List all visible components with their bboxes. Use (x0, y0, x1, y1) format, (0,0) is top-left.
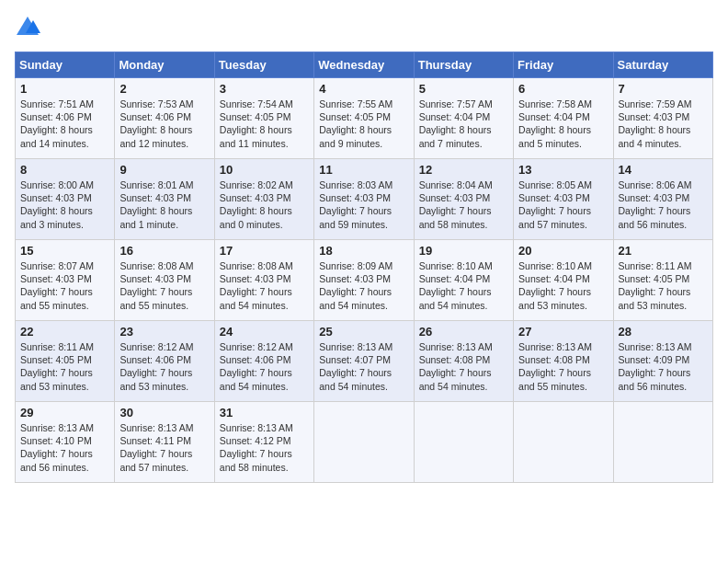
cell-info-line: Sunrise: 8:02 AM (220, 178, 309, 191)
cell-info-line: and 58 minutes. (419, 218, 508, 231)
cell-info-line: Sunset: 4:08 PM (419, 353, 508, 366)
cell-info-line: Daylight: 8 hours (220, 123, 309, 136)
cell-info-line: Sunset: 4:05 PM (20, 353, 109, 366)
cell-info-line: Sunrise: 7:54 AM (220, 98, 309, 110)
calendar-cell: 15Sunrise: 8:07 AMSunset: 4:03 PMDayligh… (16, 240, 115, 321)
cell-info-line: Sunrise: 8:11 AM (619, 259, 708, 272)
calendar-cell: 30Sunrise: 8:13 AMSunset: 4:11 PMDayligh… (115, 402, 214, 483)
cell-info-line: Daylight: 7 hours (119, 447, 209, 460)
cell-info-line: Sunset: 4:03 PM (319, 272, 408, 285)
calendar-cell: 21Sunrise: 8:11 AMSunset: 4:05 PMDayligh… (613, 240, 712, 321)
cell-info-line: Daylight: 8 hours (119, 204, 209, 217)
cell-info-line: Daylight: 7 hours (619, 366, 708, 379)
day-number: 3 (220, 82, 309, 96)
cell-info-line: and 54 minutes. (220, 299, 309, 312)
calendar-cell: 4Sunrise: 7:55 AMSunset: 4:05 PMDaylight… (314, 78, 414, 159)
cell-info-line: Sunset: 4:12 PM (220, 434, 309, 447)
cell-info-line: Daylight: 8 hours (419, 123, 508, 136)
cell-info-line: Sunrise: 7:58 AM (518, 98, 608, 110)
calendar-cell: 29Sunrise: 8:13 AMSunset: 4:10 PMDayligh… (16, 402, 115, 483)
day-number: 17 (220, 244, 309, 258)
day-number: 21 (619, 244, 708, 258)
cell-info-line: Sunrise: 8:12 AM (119, 340, 209, 353)
day-number: 5 (419, 82, 508, 96)
day-number: 10 (220, 163, 309, 177)
cell-info-line: and 54 minutes. (319, 299, 408, 312)
calendar-cell (414, 402, 513, 483)
cell-info-line: Daylight: 7 hours (20, 447, 109, 460)
cell-info-line: Sunrise: 8:13 AM (518, 340, 608, 353)
week-row-4: 22Sunrise: 8:11 AMSunset: 4:05 PMDayligh… (16, 321, 713, 402)
calendar-cell: 25Sunrise: 8:13 AMSunset: 4:07 PMDayligh… (314, 321, 414, 402)
day-number: 28 (619, 325, 708, 339)
logo (15, 15, 44, 40)
cell-info-line: and 55 minutes. (20, 299, 109, 312)
cell-info-line: and 54 minutes. (419, 299, 508, 312)
cell-info-line: and 55 minutes. (518, 380, 608, 393)
cell-info-line: and 57 minutes. (119, 461, 209, 474)
calendar-cell: 6Sunrise: 7:58 AMSunset: 4:04 PMDaylight… (514, 78, 613, 159)
cell-info-line: and 1 minute. (119, 218, 209, 231)
cell-info-line: Daylight: 7 hours (20, 285, 109, 298)
day-number: 12 (419, 163, 508, 177)
cell-info-line: Sunset: 4:03 PM (20, 272, 109, 285)
cell-info-line: Sunset: 4:07 PM (319, 353, 408, 366)
cell-info-line: Daylight: 7 hours (220, 447, 309, 460)
header-col-thursday: Thursday (414, 52, 513, 78)
cell-info-line: and 11 minutes. (220, 137, 309, 150)
cell-info-line: and 55 minutes. (119, 299, 209, 312)
cell-info-line: Daylight: 7 hours (319, 366, 408, 379)
day-number: 19 (419, 244, 508, 258)
day-number: 4 (319, 82, 408, 96)
calendar-cell: 10Sunrise: 8:02 AMSunset: 4:03 PMDayligh… (214, 159, 313, 240)
cell-info-line: Sunset: 4:05 PM (619, 272, 708, 285)
calendar-cell: 13Sunrise: 8:05 AMSunset: 4:03 PMDayligh… (514, 159, 613, 240)
cell-info-line: Daylight: 8 hours (518, 123, 608, 136)
cell-info-line: Sunrise: 7:57 AM (419, 98, 508, 110)
cell-info-line: and 9 minutes. (319, 137, 408, 150)
cell-info-line: Sunrise: 8:13 AM (119, 421, 209, 434)
cell-info-line: Sunrise: 8:13 AM (319, 340, 408, 353)
cell-info-line: and 56 minutes. (619, 218, 708, 231)
cell-info-line: Sunrise: 7:51 AM (20, 98, 109, 110)
calendar-cell: 9Sunrise: 8:01 AMSunset: 4:03 PMDaylight… (115, 159, 214, 240)
day-number: 15 (20, 244, 109, 258)
calendar-cell: 1Sunrise: 7:51 AMSunset: 4:06 PMDaylight… (16, 78, 115, 159)
week-row-2: 8Sunrise: 8:00 AMSunset: 4:03 PMDaylight… (16, 159, 713, 240)
cell-info-line: Daylight: 7 hours (419, 285, 508, 298)
cell-info-line: Sunrise: 8:08 AM (220, 259, 309, 272)
cell-info-line: and 53 minutes. (119, 380, 209, 393)
cell-info-line: Daylight: 7 hours (419, 366, 508, 379)
cell-info-line: Sunset: 4:03 PM (220, 191, 309, 204)
cell-info-line: Sunrise: 8:05 AM (518, 178, 608, 191)
cell-info-line: and 54 minutes. (319, 380, 408, 393)
cell-info-line: Daylight: 7 hours (518, 366, 608, 379)
cell-info-line: Sunrise: 8:08 AM (119, 259, 209, 272)
cell-info-line: and 53 minutes. (20, 380, 109, 393)
cell-info-line: Sunrise: 8:13 AM (419, 340, 508, 353)
day-number: 1 (20, 82, 109, 96)
cell-info-line: and 54 minutes. (419, 380, 508, 393)
cell-info-line: Daylight: 8 hours (220, 204, 309, 217)
cell-info-line: Daylight: 8 hours (20, 123, 109, 136)
week-row-1: 1Sunrise: 7:51 AMSunset: 4:06 PMDaylight… (16, 78, 713, 159)
cell-info-line: and 5 minutes. (518, 137, 608, 150)
cell-info-line: Sunset: 4:04 PM (419, 110, 508, 123)
cell-info-line: Daylight: 8 hours (20, 204, 109, 217)
cell-info-line: Sunrise: 8:13 AM (619, 340, 708, 353)
cell-info-line: Sunset: 4:10 PM (20, 434, 109, 447)
cell-info-line: and 59 minutes. (319, 218, 408, 231)
week-row-5: 29Sunrise: 8:13 AMSunset: 4:10 PMDayligh… (16, 402, 713, 483)
cell-info-line: Sunrise: 8:00 AM (20, 178, 109, 191)
day-number: 23 (119, 325, 209, 339)
calendar-cell: 28Sunrise: 8:13 AMSunset: 4:09 PMDayligh… (613, 321, 712, 402)
cell-info-line: and 14 minutes. (20, 137, 109, 150)
calendar-table: SundayMondayTuesdayWednesdayThursdayFrid… (15, 52, 713, 483)
calendar-cell (314, 402, 414, 483)
cell-info-line: Sunrise: 7:53 AM (119, 98, 209, 110)
calendar-cell: 20Sunrise: 8:10 AMSunset: 4:04 PMDayligh… (514, 240, 613, 321)
calendar-cell (514, 402, 613, 483)
cell-info-line: Sunrise: 8:13 AM (20, 421, 109, 434)
cell-info-line: and 4 minutes. (619, 137, 708, 150)
calendar-cell: 19Sunrise: 8:10 AMSunset: 4:04 PMDayligh… (414, 240, 513, 321)
